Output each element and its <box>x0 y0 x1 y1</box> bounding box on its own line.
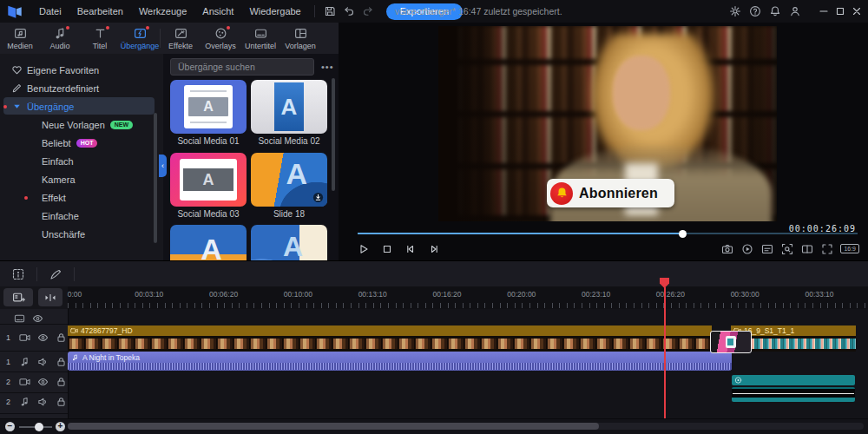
timecode: 00:00:26:09 <box>789 224 856 233</box>
add-media-to-timeline-button[interactable] <box>3 288 33 306</box>
menu-datei[interactable]: Datei <box>31 0 69 23</box>
library-scrollbar[interactable] <box>332 78 335 191</box>
tab-label: Medien <box>7 42 33 50</box>
tab-titel[interactable]: Titel <box>80 23 120 54</box>
help-button[interactable] <box>745 3 765 20</box>
track-number: 1 <box>6 333 10 342</box>
save-button[interactable] <box>320 3 339 20</box>
sidebar-item-einfach[interactable]: Einfach <box>0 152 163 170</box>
timeline-toolbar <box>0 260 868 287</box>
sidebar-item-einfache[interactable]: Einfache <box>0 207 163 225</box>
lock-track-button[interactable] <box>56 377 67 388</box>
menu-wiedergabe[interactable]: Wiedergabe <box>241 0 308 23</box>
tab-audio[interactable]: Audio <box>40 23 80 54</box>
tab-übergänge[interactable]: Übergänge <box>120 23 160 54</box>
zoom-in-button[interactable]: + <box>56 422 65 431</box>
tab-vorlagen[interactable]: Vorlagen <box>280 23 320 54</box>
snap-toggle-button[interactable] <box>38 288 62 306</box>
time-ruler[interactable]: 0:0000:03:1000:06:2000:10:0000:13:1000:1… <box>68 286 868 309</box>
collapse-panel-button[interactable]: ‹ <box>159 155 167 177</box>
ruler-label: 00:10:00 <box>284 290 312 299</box>
download-icon[interactable] <box>312 192 324 203</box>
notifications-button[interactable] <box>765 3 785 20</box>
sidebar-item-beliebt[interactable]: BeliebtHOT <box>0 134 163 152</box>
horizontal-scrollbar-thumb[interactable] <box>68 423 599 430</box>
seek-fill <box>358 233 682 234</box>
sidebar-item-neue-vorlagen[interactable]: Neue VorlagenNEW <box>0 115 163 134</box>
sidebar-item-effekt[interactable]: Effekt <box>0 188 163 207</box>
transition-thumb-p1[interactable]: A <box>170 225 247 260</box>
tab-overlays[interactable]: Overlays <box>201 23 240 54</box>
lock-track-button[interactable] <box>56 357 67 368</box>
sidebar-item-unschärfe[interactable]: Unschärfe <box>0 225 163 243</box>
account-button[interactable] <box>785 3 805 20</box>
sidebar-item-kamera[interactable]: Kamera <box>0 170 163 188</box>
preview-zoom-button[interactable] <box>780 242 793 255</box>
audio-waveform <box>68 363 732 370</box>
sidebar-item-benutzerdefiniert[interactable]: Benutzerdefiniert <box>0 79 163 97</box>
play-button[interactable] <box>356 241 371 256</box>
adjust-layout-button[interactable] <box>10 266 26 282</box>
toggle-visibility-button[interactable] <box>37 377 49 388</box>
transition-thumb-social-media-01[interactable]: A <box>170 80 247 134</box>
lock-track-button[interactable] <box>56 332 67 344</box>
settings-button[interactable] <box>725 3 745 20</box>
transition-label: Social Media 03 <box>170 209 247 219</box>
tab-untertitel[interactable]: Untertitel <box>240 23 280 54</box>
toggle-visibility-button[interactable] <box>32 313 43 325</box>
zoom-slider-handle[interactable] <box>35 423 43 431</box>
tab-effekte[interactable]: Effekte <box>161 23 201 54</box>
zoom-out-button[interactable]: − <box>5 422 15 431</box>
subscribe-overlay[interactable]: Abonnieren <box>547 179 674 207</box>
ruler-label: 00:03:10 <box>135 290 163 299</box>
transition-thumb-slide-18[interactable]: A <box>251 153 327 207</box>
redo-button[interactable] <box>358 3 378 20</box>
audio-clip-2[interactable] <box>732 387 855 402</box>
transition-thumb-social-media-02[interactable]: A <box>251 80 327 134</box>
transition-thumb-p2[interactable]: A <box>251 225 327 260</box>
sidebar-item-übergänge[interactable]: Übergänge <box>0 97 163 115</box>
video-clip-1[interactable]: 472867797_HD <box>68 326 712 336</box>
stop-button[interactable] <box>379 241 394 256</box>
draw-tool-button[interactable] <box>48 266 63 282</box>
transition-thumb-social-media-03[interactable]: A <box>170 153 247 207</box>
seek-handle[interactable] <box>679 230 687 238</box>
divider <box>36 267 37 281</box>
heart-icon <box>10 64 23 76</box>
close-button[interactable] <box>848 3 865 20</box>
minimize-button[interactable] <box>815 3 832 20</box>
undo-button[interactable] <box>339 3 358 20</box>
mute-button[interactable] <box>37 397 49 408</box>
media-tab-bar: MedienAudioTitelÜbergängeEffekteOverlays… <box>0 23 339 54</box>
compare-view-button[interactable] <box>800 242 813 255</box>
ruler-label: 00:13:10 <box>358 290 387 299</box>
notification-dot <box>66 26 69 30</box>
notification-dot <box>106 26 109 30</box>
seek-bar[interactable] <box>358 233 858 234</box>
toggle-visibility-button[interactable] <box>37 332 49 344</box>
mute-button[interactable] <box>37 357 49 368</box>
ruler-label: 00:30:00 <box>731 290 760 299</box>
tab-medien[interactable]: Medien <box>0 23 40 54</box>
next-frame-button[interactable] <box>426 241 441 256</box>
horizontal-scrollbar[interactable] <box>68 423 864 430</box>
sidebar-item-eigene-favoriten[interactable]: Eigene Favoriten <box>0 61 163 79</box>
menu-ansicht[interactable]: Ansicht <box>194 0 241 23</box>
aspect-ratio-button[interactable]: 16:9 <box>840 244 859 253</box>
maximize-button[interactable] <box>832 3 848 20</box>
video-clip-1-filmstrip[interactable] <box>68 336 712 352</box>
marker-button[interactable] <box>760 242 773 255</box>
selected-transition-clip[interactable] <box>710 331 752 353</box>
filmora-logo-icon <box>7 3 23 19</box>
fullscreen-button[interactable] <box>820 242 833 255</box>
previous-frame-button[interactable] <box>403 241 418 256</box>
effect-clip[interactable] <box>732 375 855 385</box>
audio-clip-1[interactable]: A Night in Topeka <box>68 352 732 371</box>
playhead-line[interactable] <box>664 287 666 418</box>
video-preview[interactable]: Abonnieren <box>438 26 777 221</box>
lock-track-button[interactable] <box>56 397 67 408</box>
menu-werkzeuge[interactable]: Werkzeuge <box>131 0 194 23</box>
menu-bearbeiten[interactable]: Bearbeiten <box>69 0 131 23</box>
snapshot-button[interactable] <box>720 242 733 255</box>
render-preview-button[interactable] <box>740 242 753 255</box>
